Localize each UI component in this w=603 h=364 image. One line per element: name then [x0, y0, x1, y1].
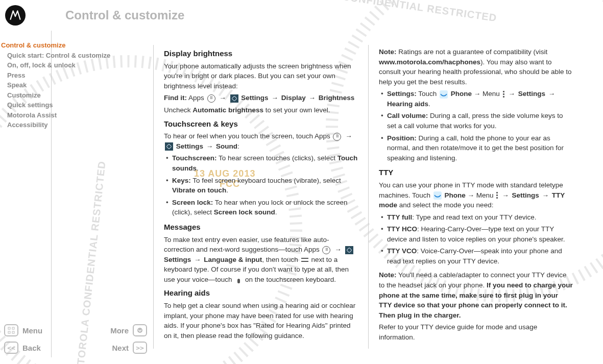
phone-icon — [440, 90, 448, 99]
content-column-1: Display brightness Your phone automatica… — [154, 40, 368, 364]
tty-note: Note: You'll need a cable/adapter to con… — [379, 270, 573, 320]
apps-grid-icon: ⠿ — [322, 246, 330, 254]
list-item: TTY HCO: Hearing-Carry-Over—type text on… — [379, 224, 573, 244]
arrow-icon: → — [334, 246, 342, 253]
sidebar-item-quick-start[interactable]: Quick start: Control & customize — [1, 51, 143, 60]
heading-tty: TTY — [379, 167, 573, 178]
hearing-list: Settings: Touch Phone → Menu → Settings … — [379, 89, 573, 163]
findit-brightness: Brightness — [319, 94, 355, 102]
svg-rect-4 — [8, 331, 10, 333]
svg-rect-3 — [12, 327, 14, 329]
sliders-icon — [301, 256, 308, 263]
content-column-2: Note: Ratings are not a guarantee of com… — [369, 40, 583, 364]
note-compatibility: Note: Ratings are not a guarantee of com… — [379, 47, 573, 87]
list-item: Settings: Touch Phone → Menu → Settings … — [379, 89, 573, 109]
arrow-icon: → — [502, 191, 509, 199]
sidebar-item-press[interactable]: Press — [1, 71, 143, 80]
sidebar: Control & customize Quick start: Control… — [0, 40, 153, 364]
tty-list: TTY full: Type and read text on your TTY… — [379, 212, 573, 266]
back-label: Back — [22, 344, 41, 352]
hearing-desc: To help get a clear sound when using a h… — [164, 301, 358, 341]
next-label: Next — [112, 344, 129, 352]
svg-rect-2 — [8, 327, 10, 329]
arrow-icon: → — [542, 191, 549, 199]
sidebar-item-control-customize[interactable]: Control & customize — [1, 41, 143, 50]
touch-desc: To hear or feel when you touch the scree… — [164, 131, 358, 151]
apps-grid-icon: ⠿ — [207, 94, 215, 103]
heading-display-brightness: Display brightness — [164, 48, 358, 59]
arrow-icon: → — [206, 142, 213, 150]
phone-icon — [433, 191, 442, 200]
list-item: Screen lock: To hear when you lock or un… — [164, 198, 358, 217]
nav-controls: Menu More << Back Next >> — [4, 319, 147, 354]
list-item: Call volume: During a call, press the si… — [379, 111, 573, 131]
sidebar-item-customize[interactable]: Customize — [1, 91, 143, 100]
apps-grid-icon: ⠿ — [333, 133, 341, 141]
brightness-findit: Find it: Apps ⠿ → Settings → Display → B… — [164, 93, 358, 103]
list-item: TTY full: Type and read text on your TTY… — [379, 212, 573, 223]
list-item: Position: During a call, hold the phone … — [379, 133, 573, 163]
more-button[interactable]: More — [110, 324, 147, 336]
findit-apps: Apps — [188, 94, 204, 102]
sidebar-item-quick-settings[interactable]: Quick settings — [1, 101, 143, 110]
menu-dots-icon — [503, 91, 504, 98]
arrow-icon: → — [308, 94, 316, 102]
more-down-icon — [133, 324, 147, 336]
tty-refer: Refer to your TTY device guide for mode … — [379, 322, 573, 342]
svg-point-6 — [137, 328, 142, 333]
touch-list: Touchscreen: To hear screen touches (cli… — [164, 153, 358, 217]
sidebar-item-accessibility[interactable]: Accessibility — [1, 120, 143, 130]
menu-grid-icon — [4, 324, 18, 336]
svg-rect-5 — [12, 331, 14, 333]
more-label: More — [110, 326, 129, 335]
list-item: TTY VCO: Voice-Carry-Over—speak into you… — [379, 246, 573, 266]
arrow-icon: → — [194, 256, 201, 263]
mic-icon — [235, 276, 242, 283]
messages-desc: To make text entry even easier, use feat… — [164, 235, 358, 285]
back-icon: << — [4, 342, 18, 354]
settings-icon — [230, 94, 238, 103]
menu-button[interactable]: Menu — [4, 324, 42, 336]
menu-label: Menu — [22, 326, 42, 335]
arrow-icon: → — [345, 132, 352, 140]
sidebar-item-on-off-lock[interactable]: On, off, lock & unlock — [1, 61, 143, 70]
arrow-icon: → — [508, 90, 515, 98]
tty-desc: You can use your phone in TTY mode with … — [379, 180, 573, 210]
heading-touchscreen-keys: Touchscreen & keys — [164, 118, 358, 130]
sidebar-item-speak[interactable]: Speak — [1, 81, 143, 90]
next-icon: >> — [133, 342, 147, 354]
arrow-icon: → — [548, 90, 556, 98]
brightness-desc: Your phone automatically adjusts the scr… — [164, 61, 358, 91]
back-button[interactable]: << Back — [4, 342, 41, 354]
findit-settings: Settings — [241, 94, 268, 102]
heading-messages: Messages — [164, 222, 358, 233]
brightness-uncheck: Uncheck Automatic brightness to set your… — [164, 105, 358, 115]
menu-dots-icon — [496, 192, 498, 199]
list-item: Touchscreen: To hear screen touches (cli… — [164, 153, 358, 173]
findit-display: Display — [281, 94, 306, 102]
heading-hearing-aids: Hearing aids — [164, 287, 358, 299]
sidebar-item-motorola-assist[interactable]: Motorola Assist — [1, 111, 143, 120]
settings-icon — [345, 246, 353, 254]
list-item: Keys: To feel screen keyboard touches (v… — [164, 176, 358, 196]
arrow-icon: → — [271, 94, 278, 102]
findit-label: Find it: — [164, 94, 187, 102]
hacphones-url: www.motorola.com/hacphones — [379, 58, 480, 66]
settings-icon — [165, 142, 173, 151]
arrow-icon: → — [219, 94, 226, 102]
next-button[interactable]: Next >> — [112, 342, 147, 354]
